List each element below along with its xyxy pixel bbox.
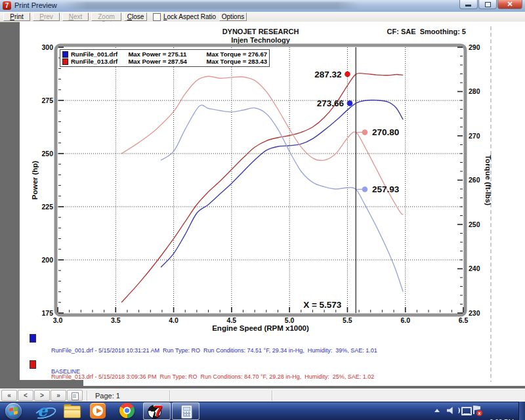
correction-smoothing-label: CF: SAE Smoothing: 5 [354, 28, 466, 35]
toolbar: Print Prev Next Zoom Out Close Lock Aspe… [0, 12, 525, 22]
legend-max-torque: Max Torque = 276.67 [207, 51, 268, 58]
chart-legend: RunFile_001.drf Max Power = 275.11 Max T… [60, 49, 270, 67]
app-icon: 7 [3, 1, 11, 10]
lock-aspect-ratio-checkbox[interactable] [153, 13, 161, 21]
taskbar-item-dynojet-winpep-active[interactable]: 7 [143, 402, 171, 420]
chart-subtitle: Injen Technology [20, 36, 501, 44]
run-1-swatch [30, 334, 36, 343]
window-title: Print Preview [14, 1, 57, 9]
start-button[interactable] [5, 403, 22, 419]
legend-swatch-blue [62, 51, 68, 58]
restore-button[interactable] [478, 0, 497, 9]
preview-background-notch [0, 380, 83, 388]
titlebar[interactable]: 7 Print Preview ✕ [0, 0, 525, 12]
legend-max-power: Max Power = 287.54 [128, 58, 203, 65]
close-button[interactable]: Close [124, 12, 147, 21]
run-1-conditions: RunFile_001.drf - 5/15/2018 10:31:21 AM … [51, 347, 504, 354]
preview-page [20, 22, 525, 386]
taskbar-item-internet-explorer[interactable]: e [36, 403, 53, 419]
legend-max-power: Max Power = 275.11 [128, 51, 203, 58]
first-page-button[interactable]: « [1, 390, 17, 401]
taskbar-item-calculator[interactable] [172, 402, 200, 420]
taskbar-item-chrome[interactable] [119, 403, 136, 419]
statusbar-separator [87, 390, 87, 401]
legend-file-name: RunFile_001.drf [71, 51, 125, 58]
taskbar-item-media-player[interactable] [90, 403, 107, 419]
page-setup-button[interactable] [67, 390, 83, 401]
action-center-alert-badge: x [476, 410, 482, 416]
next-page-button[interactable]: > [34, 390, 50, 401]
minimize-icon [465, 5, 471, 7]
windows-flag-icon [9, 407, 18, 415]
minimize-button[interactable] [459, 0, 478, 9]
statusbar-separator [272, 390, 272, 401]
action-center-flag-icon[interactable] [473, 406, 474, 414]
options-button[interactable]: Options [219, 12, 247, 21]
calculator-icon [181, 405, 192, 419]
blurred-document-title [64, 2, 360, 9]
lock-aspect-ratio-label: Lock Aspect Ratio [163, 13, 216, 20]
close-icon: ✕ [498, 0, 522, 9]
print-button[interactable]: Print [3, 12, 30, 21]
next-button[interactable]: Next [62, 12, 89, 21]
close-window-button[interactable]: ✕ [497, 0, 522, 9]
restore-icon [485, 2, 491, 7]
prev-button[interactable]: Prev [33, 12, 60, 21]
legend-row: RunFile_013.drf Max Power = 287.54 Max T… [62, 58, 267, 65]
prev-page-button[interactable]: < [18, 390, 33, 401]
play-icon [96, 408, 102, 413]
taskbar-item-explorer[interactable] [63, 403, 80, 419]
statusbar: « < > » Page: 1 [0, 388, 525, 402]
taskbar-clock[interactable]: 2:08 PM 6/8/2018 [484, 403, 520, 420]
legend-row: RunFile_001.drf Max Power = 275.11 Max T… [62, 51, 267, 58]
last-page-button[interactable]: » [51, 390, 66, 401]
zoom-out-button[interactable]: Zoom Out [91, 12, 121, 21]
statusbar-separator [169, 390, 170, 401]
run-2-swatch [30, 360, 36, 369]
print-preview-window: 7 Print Preview ✕ Print Prev Next Zoom O… [0, 0, 525, 420]
legend-swatch-red [62, 58, 68, 65]
internet-explorer-icon: e [37, 402, 47, 419]
page-number-label: Page: 1 [95, 392, 120, 400]
show-desktop-button[interactable] [518, 402, 525, 420]
winpep-7-icon: 7 [154, 403, 162, 420]
legend-file-name: RunFile_013.drf [71, 58, 125, 65]
run-2-conditions: RunFile_013.drf - 5/15/2018 3:09:36 PM R… [51, 373, 504, 381]
tray-expand-icon[interactable] [434, 409, 440, 412]
page-icon [72, 392, 79, 400]
legend-max-torque: Max Torque = 283.43 [207, 58, 268, 65]
